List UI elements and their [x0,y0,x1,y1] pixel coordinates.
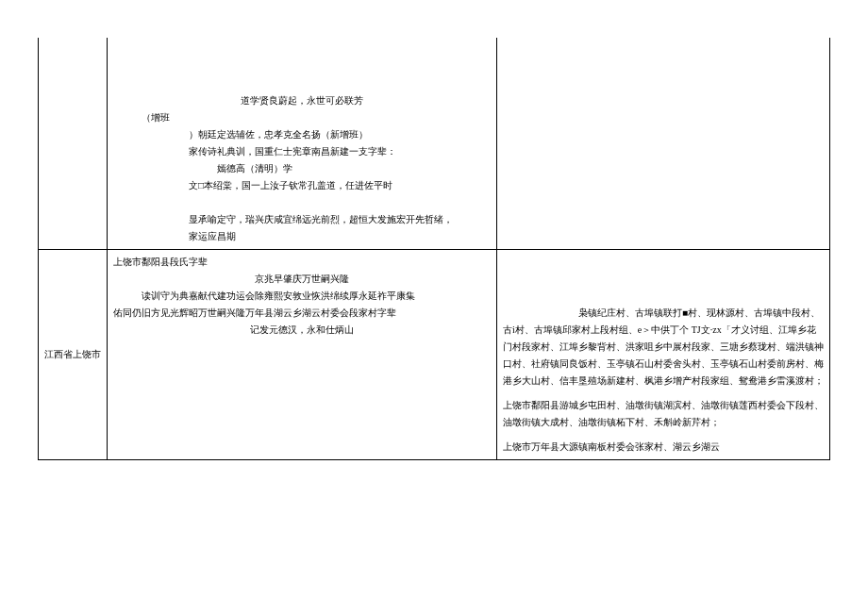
r2-line4: 佑同仍旧方见光辉昭万世嗣兴隆万年县湖云乡湖云村委会段家村字辈 [113,305,491,322]
row2-right-cell: 枭镇纪庄村、古埠镇联打■村、现林源村、古埠镇中段村、古i村、古埠镇邱家村上段村组… [497,250,830,460]
row2-region-cell: 江西省上饶市 [39,250,108,460]
r1-line1: 道学贤良蔚起，永世可必联芳 [113,92,491,109]
r2-right-p2: 上饶市鄱阳县游城乡屯田村、油墩街镇湖滨村、油墩街镇莲西村委会下段村、油墩街镇大成… [503,397,824,431]
row1-region-cell [39,38,108,250]
r2-right-p1: 枭镇纪庄村、古埠镇联打■村、现林源村、古埠镇中段村、古i村、古埠镇邱家村上段村组… [503,305,824,390]
r2-line1: 上饶市鄱阳县段氏字辈 [113,254,491,271]
region-label: 江西省上饶市 [44,346,101,363]
r1-line6: 显承喻定守，瑞兴庆咸宜绵远光前烈，超恒大发施宏开先哲绪， [113,211,491,228]
r1-line4: 嫣德高（清明）学 [113,160,491,177]
r2-line3: 读训守为典嘉献代建功运会除雍熙安敦业恢洪绵续厚永延祚平康集 [113,288,491,305]
row1-middle-cell: 道学贤良蔚起，永世可必联芳 （增班 ）朝廷定选辅佐，忠孝克全名扬（新增班） 家传… [108,38,497,250]
row1-right-cell [497,38,830,250]
r1-line2b: ）朝廷定选辅佐，忠孝克全名扬（新增班） [113,126,491,143]
r2-right-p3: 上饶市万年县大源镇南板村委会张家村、湖云乡湖云 [503,439,824,456]
r1-line5: 文□本绍棠，国一上汝子钦常孔盖道，任进佐平时 [113,177,491,194]
r1-line2a: （增班 [113,109,491,126]
row2-middle-cell: 上饶市鄱阳县段氏字辈 京兆早肇庆万世嗣兴隆 读训守为典嘉献代建功运会除雍熙安敦业… [108,250,497,460]
r1-line3: 家传诗礼典训，国重仁士宪章南昌新建一支字辈： [113,143,491,160]
r2-line5: 记发元德汉，永和仕炳山 [113,322,491,339]
r1-line7: 家运应昌期 [113,228,491,245]
r2-line2: 京兆早肇庆万世嗣兴隆 [113,271,491,288]
